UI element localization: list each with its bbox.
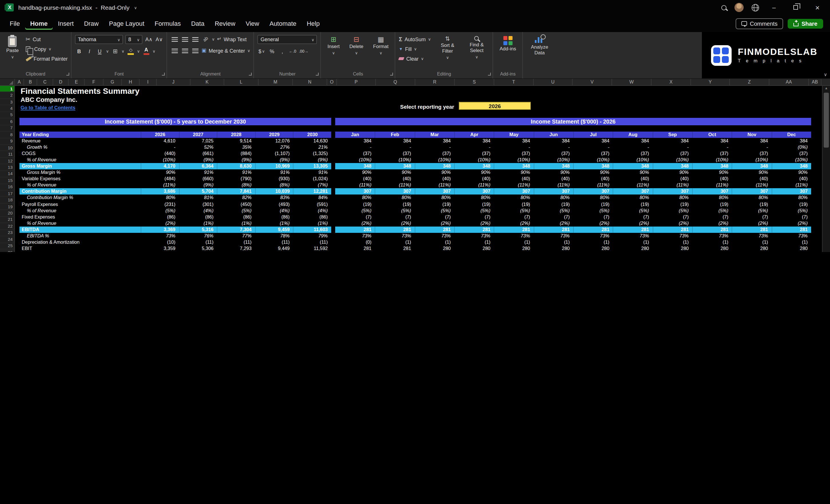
cell[interactable]: Sep <box>652 132 692 138</box>
cell[interactable]: (86) <box>293 214 331 220</box>
cell[interactable]: (4) <box>494 252 534 252</box>
cell[interactable]: (5%) <box>141 208 179 214</box>
menu-formulas[interactable]: Formulas <box>150 17 186 30</box>
cell[interactable]: (37) <box>732 151 772 157</box>
cell[interactable]: (1) <box>573 239 613 245</box>
align-middle-button[interactable] <box>181 35 189 43</box>
cell[interactable]: (10%) <box>141 157 179 163</box>
user-avatar[interactable] <box>734 3 744 12</box>
cell[interactable]: EBITDA % <box>20 233 141 239</box>
cell[interactable]: 281 <box>335 226 375 232</box>
cell[interactable]: (4) <box>652 252 692 252</box>
cell[interactable]: 384 <box>573 138 613 144</box>
cell[interactable]: 384 <box>454 138 494 144</box>
cell[interactable]: 10,039 <box>255 189 293 195</box>
column-header-Y[interactable]: Y <box>691 79 730 85</box>
cell[interactable]: (19) <box>375 201 415 208</box>
cell[interactable]: 307 <box>414 189 454 195</box>
row-header-10[interactable]: 10 <box>0 145 15 151</box>
cell[interactable]: Contribution Margin <box>20 189 141 195</box>
percent-style-button[interactable]: % <box>268 47 276 56</box>
cell[interactable]: - <box>613 144 653 151</box>
cell[interactable]: (1) <box>494 239 534 245</box>
cell[interactable]: (10%) <box>494 157 534 163</box>
cell[interactable]: (11%) <box>414 182 454 189</box>
cell[interactable]: (450) <box>217 201 255 208</box>
cell[interactable]: 348 <box>692 163 732 169</box>
cell[interactable]: (5%) <box>414 208 454 214</box>
cell[interactable]: (4) <box>414 252 454 252</box>
cell[interactable]: 7,025 <box>179 138 217 144</box>
cell[interactable]: 281 <box>732 226 772 232</box>
cell[interactable]: (19) <box>771 201 811 208</box>
cell[interactable]: (40) <box>573 176 613 182</box>
cell[interactable]: (2%) <box>141 220 179 226</box>
cell[interactable]: 348 <box>414 163 454 169</box>
column-header-S[interactable]: S <box>455 79 494 85</box>
cell[interactable]: 90% <box>414 169 454 176</box>
cell[interactable]: 80% <box>771 195 811 201</box>
column-header-W[interactable]: W <box>612 79 651 85</box>
cell[interactable]: (10%) <box>454 157 494 163</box>
cell[interactable]: (10%) <box>414 157 454 163</box>
cell[interactable]: (40) <box>613 176 653 182</box>
cell[interactable]: (4%) <box>293 208 331 214</box>
cell[interactable]: (1) <box>692 239 732 245</box>
cell[interactable]: (2%) <box>454 220 494 226</box>
cell[interactable]: 384 <box>335 138 375 144</box>
cell[interactable]: (1) <box>375 239 415 245</box>
cell[interactable]: (2%) <box>375 220 415 226</box>
cell[interactable]: Year Ending <box>20 132 141 138</box>
cell[interactable]: (40) <box>494 176 534 182</box>
cell[interactable]: 307 <box>613 189 653 195</box>
row-header-13[interactable]: 13 <box>0 164 15 171</box>
cell[interactable]: 73% <box>573 233 613 239</box>
row-header-18[interactable]: 18 <box>0 197 15 204</box>
cell[interactable]: (5%) <box>732 208 772 214</box>
row-header-20[interactable]: 20 <box>0 210 15 217</box>
cell[interactable]: 4,610 <box>141 138 179 144</box>
cell[interactable]: 91% <box>179 169 217 176</box>
cell[interactable]: Growth % <box>20 144 141 151</box>
cell[interactable]: 348 <box>652 163 692 169</box>
cell[interactable]: 384 <box>771 138 811 144</box>
cell[interactable]: % of Revenue <box>20 208 141 214</box>
cell[interactable]: - <box>494 144 534 151</box>
cell[interactable]: (1%) <box>179 220 217 226</box>
cell[interactable]: 2028 <box>217 132 255 138</box>
row-header-17[interactable]: 17 <box>0 190 15 197</box>
cell[interactable]: (10%) <box>573 157 613 163</box>
cell[interactable]: 73% <box>494 233 534 239</box>
cell[interactable]: 90% <box>454 169 494 176</box>
cell[interactable]: (2%) <box>335 220 375 226</box>
cell[interactable]: 91% <box>217 169 255 176</box>
cell[interactable]: (1) <box>534 239 573 245</box>
cell[interactable]: 384 <box>613 138 653 144</box>
menu-view[interactable]: View <box>241 17 264 30</box>
cell[interactable]: (19) <box>454 201 494 208</box>
menu-review[interactable]: Review <box>210 17 241 30</box>
cell[interactable]: 80% <box>494 195 534 201</box>
cell[interactable]: 307 <box>335 189 375 195</box>
cell[interactable]: (11%) <box>494 182 534 189</box>
cell[interactable]: (660) <box>179 176 217 182</box>
cell[interactable]: - <box>141 144 179 151</box>
select-all-corner[interactable] <box>0 79 15 85</box>
cell[interactable]: (37) <box>692 151 732 157</box>
cell[interactable]: 8,630 <box>217 163 255 169</box>
cell[interactable]: Jun <box>534 132 573 138</box>
cell[interactable]: (40) <box>454 176 494 182</box>
cell[interactable]: (19) <box>534 201 573 208</box>
cell[interactable]: 80% <box>652 195 692 201</box>
cell[interactable]: 83% <box>255 195 293 201</box>
cell[interactable]: 281 <box>771 226 811 232</box>
cell[interactable]: (5%) <box>652 208 692 214</box>
cell[interactable]: (1,024) <box>293 176 331 182</box>
cell[interactable]: 12,281 <box>293 189 331 195</box>
align-right-button[interactable] <box>191 46 199 55</box>
cell[interactable]: 2026 <box>141 132 179 138</box>
cell[interactable]: 384 <box>732 138 772 144</box>
cell[interactable]: 80% <box>375 195 415 201</box>
cell[interactable]: 307 <box>692 189 732 195</box>
cell[interactable]: 384 <box>534 138 573 144</box>
